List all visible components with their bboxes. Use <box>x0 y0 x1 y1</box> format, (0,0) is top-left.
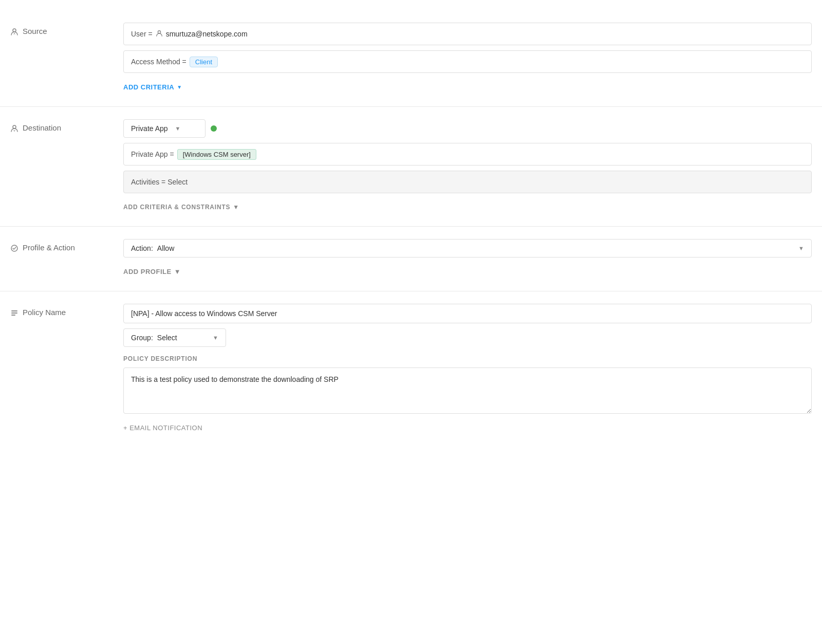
group-dropdown[interactable]: Group: Select ▼ <box>123 328 226 347</box>
user-icon <box>156 30 163 39</box>
add-constraints-arrow: ▼ <box>233 204 239 211</box>
svg-rect-5 <box>11 312 17 314</box>
add-criteria-arrow: ▼ <box>177 84 182 90</box>
activities-label: Activities = Select <box>131 178 188 186</box>
destination-dropdown-arrow: ▼ <box>175 125 181 132</box>
activities-field-row: Activities = Select <box>123 171 812 193</box>
action-dropdown-arrow: ▼ <box>798 245 804 251</box>
destination-section: Destination Private App ▼ Private App = … <box>0 107 822 227</box>
access-method-value: Client <box>190 57 218 67</box>
svg-point-1 <box>158 30 160 33</box>
profile-action-label: Profile & Action <box>0 239 113 279</box>
policy-name-icon <box>10 309 18 319</box>
user-field-row: User = smurtuza@netskope.com <box>123 23 812 45</box>
svg-rect-6 <box>11 315 15 316</box>
user-field-label: User = <box>131 30 153 38</box>
access-method-field-row: Access Method = Client <box>123 50 812 73</box>
svg-point-2 <box>13 125 16 128</box>
group-value: Select <box>157 334 177 342</box>
source-icon <box>10 28 18 38</box>
destination-icon <box>10 124 18 135</box>
add-criteria-constraints-button[interactable]: ADD CRITERIA & CONSTRAINTS ▼ <box>123 200 812 214</box>
policy-name-label: Policy Name <box>0 304 113 435</box>
destination-type-value: Private App <box>131 124 168 133</box>
email-notification-button[interactable]: + EMAIL NOTIFICATION <box>123 421 812 435</box>
page-container: Source User = smurtuza@netskope.com Acce… <box>0 0 822 457</box>
user-value: smurtuza@netskope.com <box>166 30 248 38</box>
action-value: Allow <box>157 244 174 252</box>
green-status-dot <box>211 125 217 132</box>
private-app-value: [Windows CSM server] <box>177 149 256 160</box>
svg-point-0 <box>13 29 16 32</box>
destination-type-dropdown[interactable]: Private App ▼ <box>123 119 206 138</box>
source-label: Source <box>0 23 113 94</box>
destination-content: Private App ▼ Private App = [Windows CSM… <box>113 119 822 214</box>
action-dropdown[interactable]: Action: Allow ▼ <box>123 239 812 257</box>
source-content: User = smurtuza@netskope.com Access Meth… <box>113 23 822 94</box>
add-criteria-button[interactable]: ADD CRITERIA ▼ <box>123 80 812 94</box>
private-app-label: Private App = <box>131 150 174 158</box>
policy-name-section: Policy Name Group: Select ▼ POLICY DESCR… <box>0 291 822 447</box>
policy-name-input[interactable] <box>123 304 812 323</box>
profile-action-content: Action: Allow ▼ ADD PROFILE ▼ <box>113 239 822 279</box>
group-label: Group: <box>131 334 153 342</box>
destination-dropdown-row: Private App ▼ <box>123 119 812 138</box>
add-profile-arrow: ▼ <box>174 268 181 275</box>
svg-rect-4 <box>11 310 17 311</box>
policy-desc-label: POLICY DESCRIPTION <box>123 355 812 362</box>
policy-desc-textarea[interactable] <box>123 367 812 414</box>
add-profile-button[interactable]: ADD PROFILE ▼ <box>123 265 812 279</box>
profile-action-section: Profile & Action Action: Allow ▼ ADD PRO… <box>0 227 822 291</box>
destination-label: Destination <box>0 119 113 214</box>
private-app-field-row: Private App = [Windows CSM server] <box>123 143 812 165</box>
group-dropdown-arrow: ▼ <box>213 335 218 341</box>
source-section: Source User = smurtuza@netskope.com Acce… <box>0 10 822 107</box>
policy-name-content: Group: Select ▼ POLICY DESCRIPTION + EMA… <box>113 304 822 435</box>
access-method-label: Access Method = <box>131 58 186 66</box>
action-label: Action: <box>131 244 153 252</box>
profile-action-icon <box>10 244 18 254</box>
